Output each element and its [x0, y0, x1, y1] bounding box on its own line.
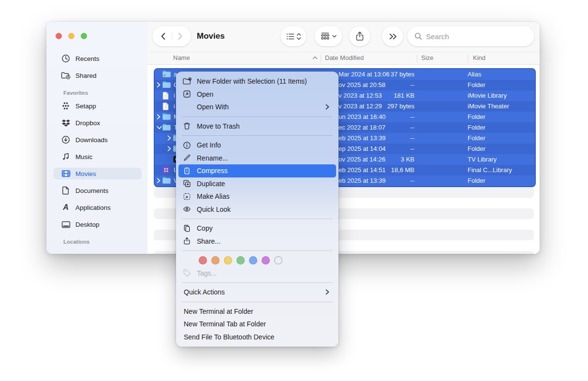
menu-item-send-file-to-bluetooth-device[interactable]: Send File To Bluetooth Device: [178, 331, 336, 344]
kind-cell: Folder: [468, 145, 485, 152]
setapp-icon: [61, 102, 71, 110]
folder-icon: [162, 124, 171, 132]
tag-color-none[interactable]: [274, 256, 282, 264]
minimize-button[interactable]: [68, 33, 74, 39]
kind-cell: Final C...Library: [468, 166, 512, 174]
menu-item-label: New Terminal Tab at Folder: [184, 320, 332, 328]
submenu-chevron-icon: [325, 289, 329, 295]
pencil-icon: [183, 154, 193, 162]
sort-toggle-icon: [296, 33, 301, 40]
column-divider[interactable]: [417, 55, 417, 62]
menu-item-tags[interactable]: Tags...: [178, 267, 336, 280]
tag-color-eda46c[interactable]: [211, 256, 220, 264]
sidebar-item-dropbox[interactable]: Dropbox: [53, 117, 142, 129]
tag-color-83cb8b[interactable]: [236, 256, 245, 264]
sidebar-item-label: Applications: [75, 204, 111, 211]
menu-item-make-alias[interactable]: Make Alias: [178, 190, 336, 203]
open-icon: [183, 90, 193, 99]
kind-cell: Folder: [468, 81, 485, 88]
nav-divider: [172, 32, 172, 41]
sidebar-item-shared[interactable]: Shared: [53, 70, 142, 81]
music-icon: [61, 152, 71, 161]
file-name: i: [174, 92, 175, 99]
menu-item-copy[interactable]: Copy: [178, 222, 336, 235]
svg-text:?: ?: [165, 95, 167, 98]
column-divider[interactable]: [321, 55, 321, 62]
list-view-button[interactable]: [280, 26, 307, 46]
quick-look-icon: [183, 205, 193, 214]
disclosure-down-icon[interactable]: [157, 126, 162, 132]
size-cell: 18,6 MB: [391, 166, 414, 174]
menu-item-quick-actions[interactable]: Quick Actions: [178, 286, 336, 299]
size-cell: 37 bytes: [391, 71, 414, 78]
column-header-date-modified[interactable]: Date Modified: [325, 54, 364, 61]
menu-separator: [182, 302, 333, 302]
menu-separator: [182, 135, 333, 136]
sidebar-item-movies[interactable]: Movies: [53, 168, 142, 179]
menu-separator: [182, 117, 333, 117]
column-header-size[interactable]: Size: [421, 54, 433, 61]
sidebar-section-label-locations: Locations: [63, 239, 142, 245]
back-icon[interactable]: [159, 32, 168, 41]
size-cell: --: [410, 124, 414, 131]
menu-item-open[interactable]: Open: [178, 88, 336, 101]
disclosure-right-icon[interactable]: [157, 114, 162, 120]
tag-color-78abf2[interactable]: [249, 256, 257, 264]
tag-color-f2d166[interactable]: [224, 256, 232, 264]
copy-icon: [183, 224, 193, 233]
date-modified-cell: Mar 2024 at 13:06: [338, 71, 390, 78]
menu-item-rename[interactable]: Rename...: [178, 152, 336, 165]
menu-item-open-with[interactable]: Open With: [178, 101, 336, 114]
dropbox-icon: [61, 118, 71, 127]
sidebar-item-applications[interactable]: AApplications: [53, 202, 142, 213]
tag-color-c87fe0[interactable]: [262, 256, 270, 264]
sidebar-item-documents[interactable]: Documents: [53, 185, 142, 196]
kind-cell: Folder: [468, 113, 485, 120]
menu-item-label: Rename...: [197, 154, 332, 162]
column-divider[interactable]: [468, 55, 468, 62]
close-button[interactable]: [56, 33, 62, 39]
search-input[interactable]: Search: [407, 26, 534, 46]
menu-item-share[interactable]: Share...: [178, 235, 336, 248]
size-cell: 181 KB: [394, 92, 414, 99]
menu-item-compress[interactable]: Compress: [178, 164, 336, 177]
menu-item-quick-look[interactable]: Quick Look: [178, 203, 336, 216]
size-cell: --: [410, 177, 414, 184]
sidebar-item-downloads[interactable]: Downloads: [53, 134, 142, 146]
search-icon: [414, 32, 422, 40]
sidebar-item-setapp[interactable]: Setapp: [53, 100, 142, 112]
sidebar-item-label: Desktop: [75, 221, 100, 228]
zoom-button[interactable]: [81, 33, 87, 39]
group-view-button[interactable]: [314, 26, 342, 46]
column-header-kind[interactable]: Kind: [473, 54, 485, 61]
menu-item-label: Send File To Bluetooth Device: [184, 333, 332, 341]
menu-item-move-to-trash[interactable]: Move to Trash: [178, 120, 336, 133]
date-modified-cell: un 2023 at 16:40: [338, 113, 386, 120]
toolbar: Movies: [147, 22, 540, 65]
disclosure-right-icon[interactable]: [167, 135, 173, 141]
sidebar-item-label: Documents: [75, 187, 108, 194]
disclosure-right-icon[interactable]: [157, 178, 162, 184]
disclosure-right-icon[interactable]: [167, 146, 173, 152]
document-icon: ?: [162, 103, 171, 110]
menu-item-get-info[interactable]: Get Info: [178, 139, 336, 152]
share-button[interactable]: [349, 26, 370, 46]
sidebar-item-recents[interactable]: Recents: [53, 53, 142, 64]
forward-icon[interactable]: [176, 32, 184, 41]
sidebar-item-desktop[interactable]: Desktop: [53, 219, 142, 230]
date-modified-cell: ov 2025 at 20:58: [338, 81, 385, 88]
menu-item-duplicate[interactable]: Duplicate: [178, 177, 336, 190]
applications-icon: A: [61, 203, 71, 212]
disclosure-right-icon[interactable]: [157, 82, 162, 88]
sidebar-items: RecentsSharedFavoritesSetappDropboxDownl…: [46, 53, 147, 249]
menu-item-new-folder-with-selection-11-items[interactable]: New Folder with Selection (11 Items): [178, 75, 336, 88]
menu-item-new-terminal-at-folder[interactable]: New Terminal at Folder: [178, 305, 336, 318]
folder-alias-icon: [162, 71, 171, 78]
folder-icon: [162, 177, 171, 185]
tag-color-e87d80[interactable]: [199, 256, 207, 264]
column-headers: Name Date Modified Size Kind: [147, 52, 540, 65]
column-header-name[interactable]: Name: [173, 54, 190, 61]
more-toolbar-button[interactable]: [382, 26, 403, 46]
sidebar-item-music[interactable]: Music: [53, 151, 142, 162]
menu-item-new-terminal-tab-at-folder[interactable]: New Terminal Tab at Folder: [178, 318, 336, 331]
